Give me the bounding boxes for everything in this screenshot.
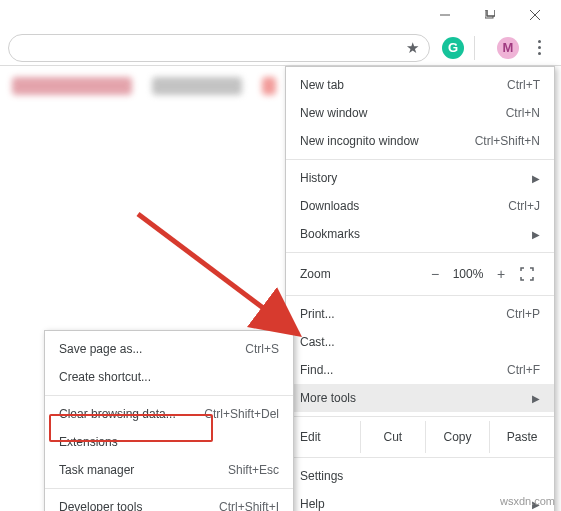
fullscreen-button[interactable] [514, 267, 540, 281]
menu-item-label: More tools [300, 391, 532, 405]
menu-item-label: Save page as... [59, 342, 245, 356]
menu-more-tools[interactable]: More tools ▶ [286, 384, 554, 412]
menu-item-label: Bookmarks [300, 227, 532, 241]
submenu-extensions[interactable]: Extensions [45, 428, 293, 456]
menu-item-label: Task manager [59, 463, 228, 477]
dot-icon [538, 46, 541, 49]
menu-settings[interactable]: Settings [286, 462, 554, 490]
submenu-create-shortcut[interactable]: Create shortcut... [45, 363, 293, 391]
browser-toolbar: ★ G M [0, 30, 561, 66]
menu-item-shortcut: Shift+Esc [228, 463, 279, 477]
window-close-button[interactable] [512, 0, 557, 30]
menu-edit-row: Edit Cut Copy Paste [286, 421, 554, 453]
menu-item-shortcut: Ctrl+T [507, 78, 540, 92]
menu-item-shortcut: Ctrl+S [245, 342, 279, 356]
menu-item-label: New window [300, 106, 506, 120]
dot-icon [538, 52, 541, 55]
menu-item-label: Find... [300, 363, 507, 377]
menu-item-label: Settings [300, 469, 540, 483]
menu-item-label: History [300, 171, 532, 185]
edit-label: Edit [300, 430, 360, 444]
menu-item-shortcut: Ctrl+Shift+N [475, 134, 540, 148]
edit-cut-button[interactable]: Cut [360, 421, 425, 453]
menu-item-label: New incognito window [300, 134, 475, 148]
close-icon [530, 10, 540, 20]
zoom-out-button[interactable]: − [422, 266, 448, 282]
menu-item-label: Clear browsing data... [59, 407, 204, 421]
menu-divider [45, 395, 293, 396]
submenu-clear-browsing-data[interactable]: Clear browsing data... Ctrl+Shift+Del [45, 400, 293, 428]
menu-new-incognito[interactable]: New incognito window Ctrl+Shift+N [286, 127, 554, 155]
menu-print[interactable]: Print... Ctrl+P [286, 300, 554, 328]
menu-divider [45, 488, 293, 489]
menu-item-label: Help [300, 497, 532, 511]
edit-copy-button[interactable]: Copy [425, 421, 490, 453]
bookmark-star-icon[interactable]: ★ [406, 39, 419, 57]
menu-item-label: Cast... [300, 335, 540, 349]
fullscreen-icon [520, 267, 534, 281]
menu-new-window[interactable]: New window Ctrl+N [286, 99, 554, 127]
toolbar-separator [474, 36, 475, 60]
menu-item-shortcut: Ctrl+Shift+I [219, 500, 279, 511]
window-titlebar [0, 0, 561, 30]
window-minimize-button[interactable] [422, 0, 467, 30]
menu-zoom: Zoom − 100% + [286, 257, 554, 291]
chrome-menu-button[interactable] [525, 34, 553, 62]
menu-item-shortcut: Ctrl+F [507, 363, 540, 377]
submenu-save-page[interactable]: Save page as... Ctrl+S [45, 335, 293, 363]
menu-item-label: Developer tools [59, 500, 219, 511]
menu-divider [286, 457, 554, 458]
window-maximize-button[interactable] [467, 0, 512, 30]
maximize-icon [485, 10, 495, 20]
menu-item-shortcut: Ctrl+Shift+Del [204, 407, 279, 421]
zoom-label: Zoom [300, 267, 422, 281]
menu-divider [286, 159, 554, 160]
menu-item-shortcut: Ctrl+J [508, 199, 540, 213]
chrome-main-menu: New tab Ctrl+T New window Ctrl+N New inc… [285, 66, 555, 511]
submenu-developer-tools[interactable]: Developer tools Ctrl+Shift+I [45, 493, 293, 511]
menu-item-label: Extensions [59, 435, 279, 449]
chevron-right-icon: ▶ [532, 229, 540, 240]
menu-item-shortcut: Ctrl+N [506, 106, 540, 120]
minimize-icon [440, 10, 450, 20]
menu-downloads[interactable]: Downloads Ctrl+J [286, 192, 554, 220]
more-tools-submenu: Save page as... Ctrl+S Create shortcut..… [44, 330, 294, 511]
menu-bookmarks[interactable]: Bookmarks ▶ [286, 220, 554, 248]
menu-divider [286, 252, 554, 253]
zoom-percent: 100% [448, 267, 488, 281]
submenu-task-manager[interactable]: Task manager Shift+Esc [45, 456, 293, 484]
menu-cast[interactable]: Cast... [286, 328, 554, 356]
menu-item-shortcut: Ctrl+P [506, 307, 540, 321]
svg-rect-2 [487, 10, 495, 16]
profile-avatar[interactable]: M [497, 37, 519, 59]
chevron-right-icon: ▶ [532, 393, 540, 404]
chevron-right-icon: ▶ [532, 173, 540, 184]
zoom-in-button[interactable]: + [488, 266, 514, 282]
menu-item-label: Create shortcut... [59, 370, 279, 384]
menu-history[interactable]: History ▶ [286, 164, 554, 192]
menu-new-tab[interactable]: New tab Ctrl+T [286, 71, 554, 99]
watermark: wsxdn.com [500, 495, 555, 507]
menu-item-label: Downloads [300, 199, 508, 213]
menu-find[interactable]: Find... Ctrl+F [286, 356, 554, 384]
svg-line-6 [138, 214, 298, 334]
omnibox[interactable]: ★ [8, 34, 430, 62]
menu-divider [286, 295, 554, 296]
dot-icon [538, 40, 541, 43]
menu-item-label: New tab [300, 78, 507, 92]
extension-grammarly-icon[interactable]: G [442, 37, 464, 59]
menu-divider [286, 416, 554, 417]
menu-item-label: Print... [300, 307, 506, 321]
edit-paste-button[interactable]: Paste [489, 421, 554, 453]
